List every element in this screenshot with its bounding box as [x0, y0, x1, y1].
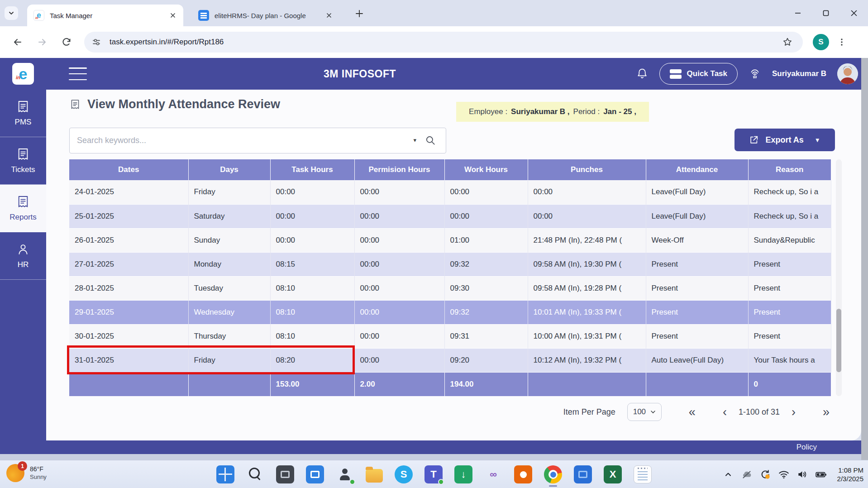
windows-start-icon[interactable]	[216, 465, 234, 483]
employee-value: Suriyakumar B ,	[511, 107, 569, 116]
tab-search-chevron-icon[interactable]	[5, 6, 18, 20]
battery-icon[interactable]	[815, 469, 827, 480]
column-header[interactable]: Reason	[748, 159, 831, 180]
forward-icon[interactable]	[35, 35, 49, 49]
table-row[interactable]: 28-01-2025Tuesday08:1000:0009:3009:58 AM…	[69, 276, 831, 300]
cell-task-hours: 08:10	[270, 324, 354, 348]
search-dropdown-caret-icon[interactable]: ▾	[413, 137, 416, 144]
bookmark-star-icon[interactable]	[782, 37, 793, 48]
fingerprint-icon[interactable]	[749, 67, 761, 80]
table-row[interactable]: 30-01-2025Thursday08:1000:0009:3110:00 A…	[69, 324, 831, 348]
app-logo[interactable]: ein	[12, 63, 34, 85]
browser-menu-icon[interactable]	[837, 38, 846, 47]
table-row[interactable]: 25-01-2025Saturday00:0000:0000:0000:00Le…	[69, 204, 831, 228]
last-page-icon[interactable]: »	[823, 406, 830, 418]
policy-link[interactable]: Policy	[796, 443, 817, 452]
pagination: Item Per Page 100 « ‹ 1-100 of 31 › »	[563, 402, 830, 422]
column-header[interactable]: Work Hours	[444, 159, 528, 180]
green-app-icon[interactable]: ↓	[454, 465, 472, 483]
total-permision-hours: 2.00	[354, 372, 444, 396]
taskbar-clock[interactable]: 1:08 PM 2/3/2025	[837, 466, 863, 483]
tab-close-icon[interactable]	[325, 11, 333, 19]
user-name[interactable]: Suriyakumar B	[772, 69, 826, 78]
cell-task-hours: 00:00	[270, 228, 354, 252]
page-scrollbar[interactable]	[861, 58, 868, 460]
cell-days: Thursday	[188, 324, 270, 348]
windows-taskbar: ST↓∞X 1 86°F Sunny	[0, 460, 868, 488]
orange-app-icon[interactable]	[514, 465, 532, 483]
taskbar-search-icon[interactable]	[246, 465, 264, 483]
browser-profile-avatar[interactable]: S	[813, 34, 829, 50]
site-settings-icon[interactable]	[91, 37, 101, 47]
visual-studio-icon[interactable]: ∞	[484, 465, 502, 483]
chrome-icon[interactable]	[544, 465, 562, 483]
skype-icon[interactable]: S	[395, 465, 413, 483]
previous-page-icon[interactable]: ‹	[723, 406, 727, 418]
table-scrollbar[interactable]	[836, 159, 842, 396]
notepad-icon[interactable]	[634, 465, 652, 483]
first-page-icon[interactable]: «	[689, 406, 696, 418]
cell-work-hours: 00:00	[444, 204, 528, 228]
page-range: 1-100 of 31	[739, 407, 780, 417]
remote-desktop-icon[interactable]	[574, 465, 592, 483]
cell-dates: 31-01-2025	[69, 348, 188, 372]
microsoft-store-icon[interactable]	[306, 465, 324, 483]
wifi-icon[interactable]	[778, 469, 790, 480]
column-header[interactable]: Permision Hours	[354, 159, 444, 180]
url-text: task.expertsin.in/#/Report/Rpt186	[110, 38, 782, 47]
table-row[interactable]: 29-01-2025Wednesday08:1000:0009:3210:01 …	[69, 300, 831, 324]
cell-task-hours: 08:15	[270, 252, 354, 276]
cell-work-hours: 00:00	[444, 180, 528, 204]
tray-chevron-up-icon[interactable]	[722, 469, 734, 480]
sidebar-item-tickets[interactable]: Tickets	[0, 137, 46, 185]
notifications-bell-icon[interactable]	[636, 67, 649, 80]
maximize-icon[interactable]	[812, 0, 840, 26]
search-input[interactable]	[69, 128, 446, 153]
menu-toggle-icon[interactable]	[69, 67, 87, 80]
reload-icon[interactable]	[60, 35, 73, 49]
quick-task-button[interactable]: Quick Task	[659, 63, 738, 85]
receipt-icon	[16, 147, 30, 162]
weather-widget[interactable]: 1 86°F Sunny	[6, 464, 47, 482]
sync-status-icon[interactable]	[759, 469, 771, 480]
table-row[interactable]: 31-01-2025Friday08:2000:0009:2010:12 AM …	[69, 348, 831, 372]
onedrive-cloud-icon[interactable]	[741, 469, 753, 480]
user-avatar[interactable]	[837, 63, 858, 84]
volume-icon[interactable]	[796, 469, 808, 480]
cell-attendance: Present	[646, 300, 748, 324]
back-icon[interactable]	[11, 35, 24, 49]
column-header[interactable]: Dates	[69, 159, 188, 180]
cell-days: Sunday	[188, 228, 270, 252]
tab-elitehrms[interactable]: eliteHRMS- Day plan - Google	[192, 5, 339, 26]
table-scrollbar-thumb[interactable]	[836, 309, 841, 372]
minimize-icon[interactable]	[784, 0, 812, 26]
items-per-page-select[interactable]: 100	[627, 403, 662, 421]
close-window-icon[interactable]	[840, 0, 868, 26]
file-explorer-icon[interactable]	[366, 469, 383, 483]
sidebar-item-pms[interactable]: PMS	[0, 90, 46, 137]
table-row[interactable]: 26-01-2025Sunday00:0000:0001:0021:48 PM …	[69, 228, 831, 252]
sidebar-item-reports[interactable]: Reports	[0, 185, 46, 232]
export-as-button[interactable]: Export As ▼	[734, 129, 835, 151]
new-tab-icon[interactable]	[353, 7, 366, 20]
column-header[interactable]: Attendance	[646, 159, 748, 180]
url-input[interactable]: task.expertsin.in/#/Report/Rpt186	[84, 32, 803, 53]
table-row[interactable]: 27-01-2025Monday08:1500:0009:3209:58 AM …	[69, 252, 831, 276]
sidebar: PMS Tickets Reports HR	[0, 90, 46, 440]
task-manager-favicon-icon: ein	[33, 10, 44, 21]
sidebar-item-hr[interactable]: HR	[0, 232, 46, 280]
tab-close-icon[interactable]	[169, 11, 177, 19]
people-icon[interactable]	[336, 465, 354, 483]
teams-icon[interactable]: T	[424, 465, 443, 483]
column-header[interactable]: Punches	[528, 159, 646, 180]
excel-icon[interactable]: X	[604, 465, 622, 483]
search-icon[interactable]	[424, 134, 436, 146]
next-page-icon[interactable]: ›	[792, 406, 796, 418]
column-header[interactable]: Days	[188, 159, 270, 180]
column-header[interactable]: Task Hours	[270, 159, 354, 180]
table-row[interactable]: 24-01-2025Friday00:0000:0000:0000:00Leav…	[69, 180, 831, 204]
tab-task-manager[interactable]: ein Task Manager	[27, 5, 183, 26]
cell-punches: 10:00 AM (In), 19:31 PM (	[528, 324, 646, 348]
export-dropdown-caret-icon[interactable]: ▼	[815, 137, 820, 144]
task-view-icon[interactable]	[276, 465, 294, 483]
